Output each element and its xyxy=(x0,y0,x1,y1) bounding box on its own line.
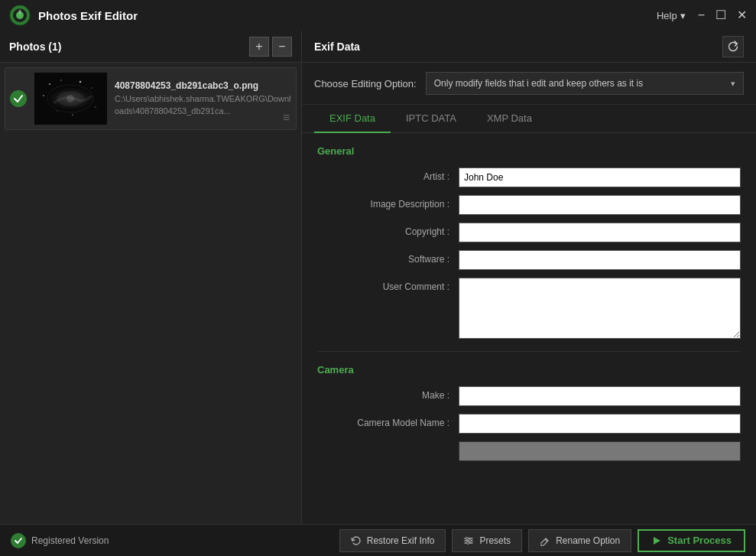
photo-checkbox[interactable] xyxy=(10,90,27,107)
camera-model-field-row: Camera Model Name : xyxy=(317,414,741,434)
make-label: Make : xyxy=(317,386,459,401)
start-process-button[interactable]: Start Process xyxy=(638,529,745,552)
software-label: Software : xyxy=(317,250,459,265)
image-description-label: Image Description : xyxy=(317,195,459,210)
start-btn-label: Start Process xyxy=(667,535,732,546)
exif-content: General Artist : Image Description : Cop… xyxy=(302,133,756,524)
rename-icon xyxy=(540,535,550,546)
svg-point-18 xyxy=(466,537,469,539)
dropdown-chevron-icon: ▾ xyxy=(731,79,735,89)
artist-field-row: Artist : xyxy=(317,167,741,187)
exif-header: Exif Data xyxy=(302,31,756,63)
left-panel: Photos (1) + − xyxy=(0,31,302,524)
svg-point-8 xyxy=(79,81,81,83)
maximize-button[interactable]: ☐ xyxy=(715,9,726,21)
window-controls: − ☐ ✕ xyxy=(698,9,747,21)
restore-icon xyxy=(351,535,362,546)
right-panel: Exif Data Choose Editing Option: Only mo… xyxy=(302,31,756,524)
photos-header: Photos (1) + − xyxy=(0,31,301,63)
user-comment-field-row: User Comment : xyxy=(317,278,741,339)
close-button[interactable]: ✕ xyxy=(737,9,747,21)
title-bar-right: Help ▾ − ☐ ✕ xyxy=(657,9,747,21)
software-input[interactable] xyxy=(459,250,741,270)
extra-input[interactable] xyxy=(459,441,741,461)
list-item[interactable]: 40878804253_db291cabc3_o.png C:\Users\ab… xyxy=(5,67,297,130)
presets-btn-label: Presets xyxy=(479,535,511,546)
copyright-label: Copyright : xyxy=(317,223,459,237)
camera-model-input[interactable] xyxy=(459,414,741,434)
help-button[interactable]: Help ▾ xyxy=(657,10,686,21)
svg-point-10 xyxy=(43,95,44,96)
svg-marker-22 xyxy=(654,537,660,545)
svg-point-14 xyxy=(67,95,74,102)
svg-point-6 xyxy=(49,83,50,85)
presets-button[interactable]: Presets xyxy=(452,529,522,552)
svg-point-11 xyxy=(95,106,96,108)
editing-option-row: Choose Editing Option: Only modify field… xyxy=(302,63,756,105)
extra-field-row xyxy=(317,441,741,461)
user-comment-label: User Comment : xyxy=(317,278,459,292)
make-input[interactable] xyxy=(459,386,741,406)
artist-input[interactable] xyxy=(459,167,741,187)
restore-exif-button[interactable]: Restore Exif Info xyxy=(339,529,446,552)
camera-section-title: Camera xyxy=(317,364,741,376)
check-registered-icon xyxy=(14,536,23,545)
svg-point-20 xyxy=(467,541,469,544)
app-title: Photos Exif Editor xyxy=(38,9,138,22)
artist-label: Artist : xyxy=(317,167,459,182)
tabs-row: EXIF Data IPTC DATA XMP Data xyxy=(302,105,756,133)
tab-iptc-data[interactable]: IPTC DATA xyxy=(391,105,472,133)
tab-xmp-data[interactable]: XMP Data xyxy=(472,105,547,133)
extra-label xyxy=(317,441,459,445)
editing-option-dropdown[interactable]: Only modify fields that i edit and keep … xyxy=(426,72,744,95)
editing-option-label: Choose Editing Option: xyxy=(314,78,417,89)
check-icon xyxy=(13,93,24,104)
photo-thumbnail xyxy=(34,73,107,125)
add-photo-button[interactable]: + xyxy=(249,37,269,57)
minimize-button[interactable]: − xyxy=(698,9,705,21)
registered-badge: Registered Version xyxy=(11,533,109,548)
presets-icon xyxy=(463,535,474,546)
editing-option-value: Only modify fields that i edit and keep … xyxy=(434,78,643,89)
svg-point-5 xyxy=(57,91,84,106)
bottom-bar: Registered Version Restore Exif Info Pre… xyxy=(0,524,756,556)
rename-btn-label: Rename Option xyxy=(556,535,620,546)
tab-exif-data[interactable]: EXIF Data xyxy=(314,105,391,133)
app-logo xyxy=(9,5,31,26)
photos-title: Photos (1) xyxy=(9,41,61,53)
image-description-field-row: Image Description : xyxy=(317,195,741,215)
camera-model-label: Camera Model Name : xyxy=(317,414,459,428)
bottom-actions: Restore Exif Info Presets Rename Option xyxy=(339,529,745,552)
registered-icon xyxy=(11,533,26,548)
title-bar-left: Photos Exif Editor xyxy=(9,5,138,26)
user-comment-input[interactable] xyxy=(459,278,741,339)
photo-name: 40878804253_db291cabc3_o.png xyxy=(115,80,291,91)
software-field-row: Software : xyxy=(317,250,741,270)
refresh-icon xyxy=(727,41,739,53)
restore-btn-label: Restore Exif Info xyxy=(367,535,435,546)
svg-rect-3 xyxy=(34,73,107,125)
copyright-field-row: Copyright : xyxy=(317,223,741,242)
start-icon xyxy=(651,535,662,546)
thumbnail-image xyxy=(34,73,107,125)
svg-point-9 xyxy=(91,87,92,88)
svg-point-12 xyxy=(72,114,73,115)
photo-menu-icon[interactable]: ≡ xyxy=(283,111,290,125)
registered-label: Registered Version xyxy=(31,535,109,546)
svg-point-19 xyxy=(469,539,472,541)
title-bar: Photos Exif Editor Help ▾ − ☐ ✕ xyxy=(0,0,756,31)
copyright-input[interactable] xyxy=(459,223,741,242)
photo-path: C:\Users\abhishek.sharma.TWEAKORG\Downlo… xyxy=(115,93,291,117)
remove-photo-button[interactable]: − xyxy=(272,37,292,57)
rename-option-button[interactable]: Rename Option xyxy=(528,529,631,552)
svg-point-7 xyxy=(60,80,62,81)
make-field-row: Make : xyxy=(317,386,741,406)
photos-actions: + − xyxy=(249,37,292,57)
section-divider xyxy=(317,351,741,352)
photo-list: 40878804253_db291cabc3_o.png C:\Users\ab… xyxy=(0,63,301,524)
photo-info: 40878804253_db291cabc3_o.png C:\Users\ab… xyxy=(115,80,291,117)
svg-point-4 xyxy=(47,85,93,112)
general-section-title: General xyxy=(317,145,741,157)
refresh-button[interactable] xyxy=(722,36,744,57)
image-description-input[interactable] xyxy=(459,195,741,215)
